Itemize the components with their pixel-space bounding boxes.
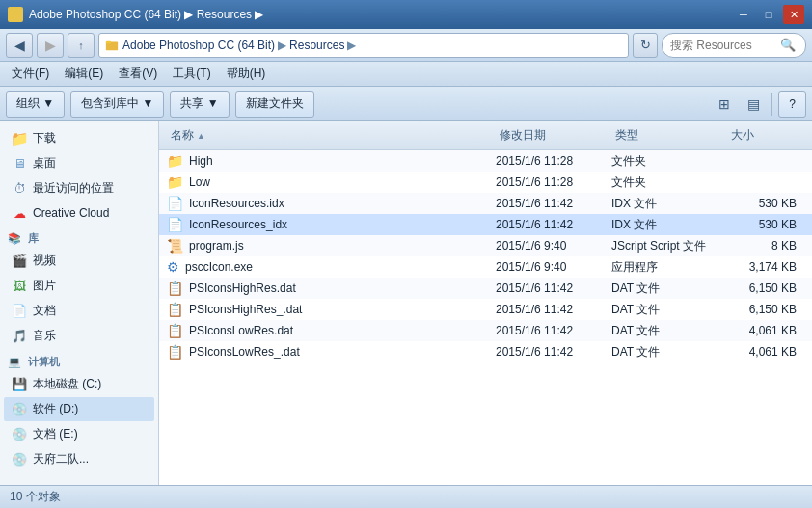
new-folder-button[interactable]: 新建文件夹 [235,91,314,118]
drive-c-icon: 💾 [12,377,27,392]
file-type: DAT 文件 [611,344,727,361]
sidebar-label-video: 视频 [33,253,56,269]
table-row[interactable]: 📜 program.js 2015/1/6 9:40 JScript Scrip… [159,235,812,256]
file-size: 4,061 KB [727,324,804,337]
sidebar-item-drive-d[interactable]: 💿 软件 (D:) [4,397,154,421]
table-row[interactable]: 📋 PSIconsHighRes_.dat 2015/1/6 11:42 DAT… [159,299,812,320]
file-name-text: psccIcon.exe [185,260,253,274]
menu-edit[interactable]: 编辑(E) [57,63,111,85]
desktop-icon: 🖥 [12,156,27,172]
address-bar[interactable]: Adobe Photoshop CC (64 Bit) ▶ Resources … [98,33,629,58]
forward-button[interactable]: ▶ [37,33,64,58]
column-name[interactable]: 名称 ▲ [167,125,496,146]
close-button[interactable]: ✕ [783,5,804,24]
include-label: 包含到库中 ▼ [81,95,153,112]
file-type: 文件夹 [611,153,727,170]
maximize-button[interactable]: □ [758,5,779,24]
menu-tools[interactable]: 工具(T) [165,63,218,85]
menu-bar: 文件(F) 编辑(E) 查看(V) 工具(T) 帮助(H) [0,62,812,87]
toolbar: 组织 ▼ 包含到库中 ▼ 共享 ▼ 新建文件夹 ⊞ ▤ ? [0,87,812,121]
address-segment-resources: Resources [289,39,344,52]
title-bar: Adobe Photoshop CC (64 Bit) ▶ Resources … [0,0,812,29]
file-type: DAT 文件 [611,323,727,339]
file-type: DAT 文件 [611,281,727,297]
file-modified: 2015/1/6 11:28 [496,175,611,189]
sidebar-label-drive-other: 天府二队... [33,451,89,468]
back-button[interactable]: ◀ [6,33,33,58]
address-sep-1: ▶ [278,39,286,52]
documents-icon: 📄 [12,304,27,319]
file-name-text: IconResources.idx [189,197,284,210]
column-type[interactable]: 类型 [611,125,727,146]
table-row[interactable]: 📁 Low 2015/1/6 11:28 文件夹 [159,172,812,193]
refresh-button[interactable]: ↻ [633,33,658,58]
sidebar-label-pictures: 图片 [33,278,56,294]
file-type-icon: ⚙ [167,259,179,275]
menu-help[interactable]: 帮助(H) [219,63,274,85]
file-modified: 2015/1/6 11:42 [496,281,611,295]
file-size: 8 KB [727,239,804,253]
file-type-icon: 📄 [167,196,183,211]
computer-icon: 💻 [8,356,21,367]
help-label: ? [789,97,796,111]
search-input[interactable] [670,39,776,52]
menu-file[interactable]: 文件(F) [4,63,57,85]
view-large-button[interactable]: ▤ [741,92,766,117]
sidebar-item-recent[interactable]: ⏱ 最近访问的位置 [4,176,154,201]
table-row[interactable]: ⚙ psccIcon.exe 2015/1/6 9:40 应用程序 3,174 … [159,256,812,278]
sidebar-item-music[interactable]: 🎵 音乐 [4,324,154,348]
sidebar-item-desktop[interactable]: 🖥 桌面 [4,151,154,175]
sidebar-item-download[interactable]: 📁 下载 [4,126,154,150]
file-modified: 2015/1/6 11:42 [496,345,611,359]
view-details-button[interactable]: ⊞ [712,92,737,117]
file-size: 6,150 KB [727,281,804,295]
table-row[interactable]: 📋 PSIconsLowRes.dat 2015/1/6 11:42 DAT 文… [159,320,812,341]
help-button[interactable]: ? [778,91,806,118]
table-row[interactable]: 📄 IconResources.idx 2015/1/6 11:42 IDX 文… [159,193,812,214]
sidebar-item-documents[interactable]: 📄 文档 [4,299,154,323]
menu-view[interactable]: 查看(V) [111,63,165,85]
address-icon [105,39,119,52]
file-type-icon: 📋 [167,344,183,360]
svg-rect-1 [106,40,111,43]
organize-button[interactable]: 组织 ▼ [6,91,65,118]
main-area: 📁 下载 🖥 桌面 ⏱ 最近访问的位置 ☁ Creative Cloud 📚 库… [0,121,812,485]
new-folder-label: 新建文件夹 [246,95,304,112]
file-modified: 2015/1/6 9:40 [496,260,611,274]
table-row[interactable]: 📋 PSIconsHighRes.dat 2015/1/6 11:42 DAT … [159,278,812,299]
up-button[interactable]: ↑ [68,33,95,58]
file-name-text: program.js [189,239,244,253]
table-row[interactable]: 📋 PSIconsLowRes_.dat 2015/1/6 11:42 DAT … [159,341,812,362]
file-modified: 2015/1/6 11:28 [496,154,611,168]
organize-label: 组织 ▼ [16,95,54,112]
column-size[interactable]: 大小 [727,125,804,146]
sidebar-item-drive-c[interactable]: 💾 本地磁盘 (C:) [4,372,154,396]
file-name-text: IconResources_idx [189,218,287,231]
include-button[interactable]: 包含到库中 ▼ [70,91,164,118]
file-type: DAT 文件 [611,302,727,318]
file-modified: 2015/1/6 9:40 [496,239,611,253]
share-button[interactable]: 共享 ▼ [170,91,229,118]
file-rows-container: 📁 High 2015/1/6 11:28 文件夹 📁 Low 2015/1/6… [159,150,812,362]
file-name-text: PSIconsLowRes.dat [189,324,293,337]
sidebar-item-drive-other[interactable]: 💿 天府二队... [4,447,154,471]
sidebar-label-recent: 最近访问的位置 [33,180,114,197]
file-modified: 2015/1/6 11:42 [496,303,611,316]
table-row[interactable]: 📄 IconResources_idx 2015/1/6 11:42 IDX 文… [159,214,812,235]
table-row[interactable]: 📁 High 2015/1/6 11:28 文件夹 [159,150,812,172]
file-size: 4,061 KB [727,345,804,359]
file-size: 6,150 KB [727,303,804,316]
sidebar-label-drive-c: 本地磁盘 (C:) [33,376,101,392]
file-modified: 2015/1/6 11:42 [496,197,611,210]
search-box[interactable]: 🔍 [662,33,806,58]
file-type-icon: 📁 [167,153,183,169]
sidebar-item-video[interactable]: 🎬 视频 [4,249,154,273]
minimize-button[interactable]: ─ [733,5,754,24]
drive-d-icon: 💿 [12,402,27,417]
file-name-cell: 📁 High [167,153,496,169]
column-modified[interactable]: 修改日期 [496,125,611,146]
sidebar-item-cc[interactable]: ☁ Creative Cloud [4,201,154,225]
sidebar-item-drive-e[interactable]: 💿 文档 (E:) [4,422,154,446]
file-type-icon: 📜 [167,238,183,254]
sidebar-item-pictures[interactable]: 🖼 图片 [4,274,154,298]
